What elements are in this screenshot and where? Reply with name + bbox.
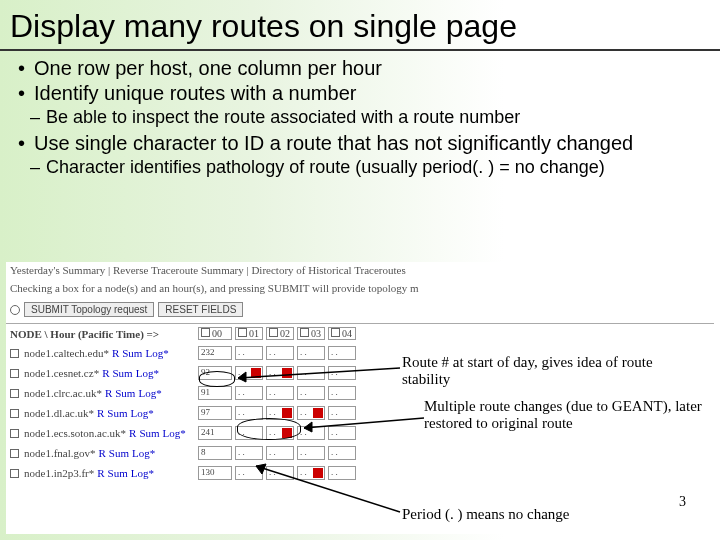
- hour-cell: . .: [235, 346, 263, 360]
- hour-cell: . .: [266, 346, 294, 360]
- link-r[interactable]: R: [97, 407, 104, 419]
- checkbox-icon[interactable]: [10, 389, 19, 398]
- hour-cell: . .: [235, 386, 263, 400]
- bullet-3: Use single character to ID a route that …: [34, 132, 702, 155]
- red-box-icon: [282, 408, 292, 418]
- route-start-cell: 8: [198, 446, 232, 460]
- host-name: node1.clrc.ac.uk*: [24, 387, 102, 399]
- link-r[interactable]: R: [98, 447, 105, 459]
- checkbox-icon[interactable]: [10, 449, 19, 458]
- host-cell: node1.in2p3.fr* R Sum Log*: [10, 467, 198, 479]
- host-cell: node1.cesnet.cz* R Sum Log*: [10, 367, 198, 379]
- link-sum[interactable]: Sum: [112, 367, 132, 379]
- link-log[interactable]: Log*: [145, 347, 168, 359]
- host-name: node1.caltech.edu*: [24, 347, 109, 359]
- hour-col-03: 03: [297, 327, 325, 340]
- hour-cell: . .: [235, 446, 263, 460]
- bullet-2-sub: Be able to inspect the route associated …: [46, 107, 702, 128]
- link-log[interactable]: Log*: [132, 447, 155, 459]
- host-cell: node1.caltech.edu* R Sum Log*: [10, 347, 198, 359]
- hour-cell: . .: [328, 386, 356, 400]
- hour-cell: . .: [297, 366, 325, 380]
- link-sum[interactable]: Sum: [139, 427, 159, 439]
- screenshot-nav-links: Yesterday's Summary | Reverse Traceroute…: [6, 262, 714, 278]
- host-cell: node1.fnal.gov* R Sum Log*: [10, 447, 198, 459]
- hour-cell: . .: [235, 426, 263, 440]
- link-sum[interactable]: Sum: [107, 407, 127, 419]
- red-box-icon: [251, 368, 261, 378]
- host-name: node1.in2p3.fr*: [24, 467, 94, 479]
- link-sum[interactable]: Sum: [108, 467, 128, 479]
- annotation-period: Period (. ) means no change: [402, 506, 702, 523]
- link-r[interactable]: R: [102, 367, 109, 379]
- checkbox-icon[interactable]: [10, 349, 19, 358]
- screenshot-instruction: Checking a box for a node(s) and an hour…: [6, 278, 714, 300]
- checkbox-icon[interactable]: [10, 469, 19, 478]
- route-start-cell: 241: [198, 426, 232, 440]
- hour-cell: . .: [297, 386, 325, 400]
- bullet-1: One row per host, one column per hour: [34, 57, 702, 80]
- annotation-route-number: Route # at start of day, gives idea of r…: [402, 354, 692, 389]
- link-log[interactable]: Log*: [131, 467, 154, 479]
- host-name: node1.cesnet.cz*: [24, 367, 99, 379]
- host-cell: node1.ecs.soton.ac.uk* R Sum Log*: [10, 427, 198, 439]
- hour-cell: . .: [297, 426, 325, 440]
- link-log[interactable]: Log*: [136, 367, 159, 379]
- link-r[interactable]: R: [129, 427, 136, 439]
- radio-icon: [10, 305, 20, 315]
- hour-cell: . .: [328, 346, 356, 360]
- annotation-route-changes: Multiple route changes (due to GEANT), l…: [424, 398, 704, 433]
- hour-cell: . .: [266, 366, 294, 380]
- node-hour-header: NODE \ Hour (Pacific Time) =>: [10, 328, 198, 340]
- hour-cell: . .: [297, 406, 325, 420]
- control-row: SUBMIT Topology request RESET FIELDS: [6, 300, 714, 323]
- hour-cell: . .: [235, 366, 263, 380]
- hour-cell: . .: [266, 446, 294, 460]
- hour-cell: . .: [328, 406, 356, 420]
- hour-cell: . .: [235, 466, 263, 480]
- route-start-cell: 97: [198, 406, 232, 420]
- link-sum[interactable]: Sum: [122, 347, 142, 359]
- link-sum[interactable]: Sum: [109, 447, 129, 459]
- hour-col-00: 00: [198, 327, 232, 340]
- hour-cell: . .: [266, 466, 294, 480]
- bullet-3-sub: Character identifies pathology of route …: [46, 157, 702, 178]
- bullet-2: Identify unique routes with a number: [34, 82, 702, 105]
- hour-cell: . .: [328, 446, 356, 460]
- hour-col-01: 01: [235, 327, 263, 340]
- red-box-icon: [313, 468, 323, 478]
- route-start-cell: 91: [198, 386, 232, 400]
- submit-button[interactable]: SUBMIT Topology request: [24, 302, 154, 317]
- checkbox-icon[interactable]: [10, 409, 19, 418]
- checkbox-icon[interactable]: [10, 429, 19, 438]
- table-header: NODE \ Hour (Pacific Time) => 00 01 02 0…: [6, 323, 714, 343]
- link-log[interactable]: Log*: [130, 407, 153, 419]
- link-log[interactable]: Log*: [163, 427, 186, 439]
- hour-cell: . .: [235, 406, 263, 420]
- link-log[interactable]: Log*: [138, 387, 161, 399]
- page-number: 3: [679, 494, 686, 510]
- host-name: node1.ecs.soton.ac.uk*: [24, 427, 126, 439]
- hour-cell: . .: [266, 426, 294, 440]
- hour-col-04: 04: [328, 327, 356, 340]
- reset-button[interactable]: RESET FIELDS: [158, 302, 243, 317]
- link-r[interactable]: R: [105, 387, 112, 399]
- hour-cell: . .: [328, 366, 356, 380]
- route-start-cell: 130: [198, 466, 232, 480]
- hour-cell: . .: [328, 426, 356, 440]
- hour-cell: . .: [266, 406, 294, 420]
- slide-title: Display many routes on single page: [0, 0, 720, 51]
- hour-cell: . .: [266, 386, 294, 400]
- route-start-cell: 92: [198, 366, 232, 380]
- checkbox-icon[interactable]: [10, 369, 19, 378]
- host-name: node1.dl.ac.uk*: [24, 407, 94, 419]
- link-r[interactable]: R: [112, 347, 119, 359]
- hour-col-02: 02: [266, 327, 294, 340]
- red-box-icon: [282, 368, 292, 378]
- hour-cell: . .: [297, 346, 325, 360]
- table-row: node1.fnal.gov* R Sum Log*8. .. .. .. .: [6, 443, 714, 463]
- link-r[interactable]: R: [97, 467, 104, 479]
- table-row: node1.in2p3.fr* R Sum Log*130. .. .. .. …: [6, 463, 714, 483]
- link-sum[interactable]: Sum: [115, 387, 135, 399]
- red-box-icon: [282, 428, 292, 438]
